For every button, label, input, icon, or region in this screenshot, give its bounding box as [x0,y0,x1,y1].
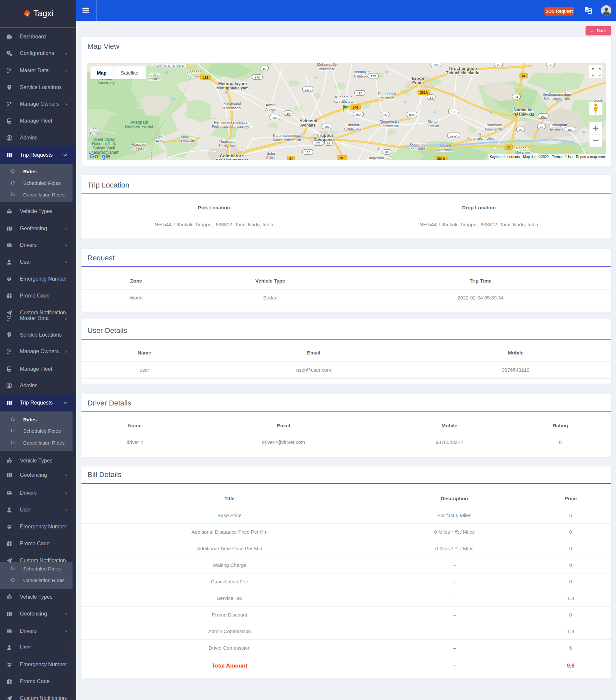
svg-text:Agali: Agali [155,135,163,139]
svg-text:Velur: Velur [477,132,486,136]
svg-text:Avinashi: Avinashi [299,118,317,123]
svg-text:Erumapatti: Erumapatti [549,123,567,127]
svg-text:Namakkal: Namakkal [514,107,534,112]
svg-text:Map data ©2022: Map data ©2022 [523,155,549,159]
svg-text:Perundurai: Perundurai [378,92,396,96]
svg-text:Muhampally: Muhampally [317,63,337,66]
svg-text:Thudiyalur: Thudiyalur [218,139,236,143]
svg-text:Paramaththi-Veloor: Paramaththi-Veloor [467,137,496,140]
svg-text:Annur: Annur [266,103,276,107]
svg-text:Kaaramadai: Kaaramadai [223,107,241,110]
svg-text:Senthamangalam: Senthamangalam [542,92,571,96]
svg-text:Sailant Vaali: Sailant Vaali [93,146,115,150]
svg-text:Report a map error: Report a map error [576,155,605,159]
svg-text:Terms of Use: Terms of Use [552,155,573,159]
svg-text:381: 381 [339,157,345,160]
svg-text:Kodumudi: Kodumudi [410,147,425,151]
svg-text:Aanaikatti: Aanaikatti [180,139,195,143]
svg-text:Mettupalayam: Mettupalayam [218,81,247,86]
svg-text:161: 161 [540,115,546,118]
svg-text:Reserve Forest: Reserve Forest [125,124,153,129]
svg-text:Sulur: Sulur [267,151,275,155]
svg-text:Nampiyoor: Nampiyoor [354,75,370,78]
svg-text:Kunnathur: Kunnathur [335,95,352,99]
svg-text:Erodu: Erodu [412,80,424,85]
svg-text:Perunthurai: Perunthurai [378,96,395,100]
svg-text:Attappadi: Attappadi [131,142,146,147]
svg-text:Senthamangalam: Senthamangalam [544,97,570,101]
svg-text:Naamakkal: Naamakkal [513,112,534,117]
svg-text:Chennimalai: Chennimalai [380,124,399,128]
svg-text:172A: 172A [450,134,458,137]
svg-text:Koyampuththoor: Koyampuththoor [216,158,248,160]
svg-text:Coonoor: Coonoor [187,70,201,74]
svg-text:Muththoor: Muththoor [438,148,453,152]
svg-text:80: 80 [287,112,290,115]
svg-text:Karumaththampatti: Karumaththampatti [273,138,301,142]
svg-text:Mohanur: Mohanur [515,146,530,150]
svg-text:84: 84 [429,96,433,99]
svg-text:Mettuppaalaiyam: Mettuppaalaiyam [216,86,248,90]
svg-text:Sivagiri: Sivagiri [428,120,439,124]
svg-text:25: 25 [540,125,543,128]
svg-text:Uthukuli: Uthukuli [347,123,360,127]
svg-text:381A: 381A [437,157,445,160]
svg-text:G: G [586,8,588,11]
svg-text:National Park: National Park [92,141,116,146]
svg-text:198: 198 [433,63,439,66]
svg-text:15A: 15A [305,88,311,91]
svg-text:Map: Map [97,70,106,76]
svg-text:83A: 83A [409,113,415,117]
svg-text:Kodumudi: Kodumudi [410,142,426,147]
svg-text:kkundu: kkundu [88,132,99,135]
svg-text:Karamadai: Karamadai [223,102,241,106]
svg-text:196: 196 [324,125,329,128]
svg-text:o: o [98,153,102,160]
svg-text:Akali: Akali [156,139,163,143]
svg-text:Keyboard shortcuts: Keyboard shortcuts [490,155,520,159]
svg-text:Ooththukkuli: Ooththukkuli [344,127,362,131]
svg-text:Mokanoor: Mokanoor [515,151,530,154]
svg-text:Chennimalai: Chennimalai [379,120,399,124]
svg-text:44: 44 [507,146,511,149]
svg-text:81: 81 [289,157,293,160]
svg-text:G: G [90,153,95,160]
svg-text:Paramaththi: Paramaththi [485,127,503,131]
svg-text:44: 44 [521,74,526,78]
svg-text:173: 173 [370,74,376,78]
svg-text:g: g [102,153,106,160]
svg-text:Kunnoor: Kunnoor [187,75,200,78]
svg-text:161: 161 [567,128,573,132]
svg-text:166: 166 [305,150,310,154]
svg-text:172: 172 [315,141,320,145]
svg-text:96: 96 [385,150,389,154]
svg-text:544: 544 [353,106,359,109]
svg-text:Annoor: Annoor [265,108,276,111]
svg-text:Anaikatti: Anaikatti [180,135,194,139]
svg-text:81: 81 [327,141,330,145]
svg-text:Periyanaayakkanpaalaiyam: Periyanaayakkanpaalaiyam [212,125,252,128]
svg-text:Sivakiri: Sivakiri [428,124,439,128]
svg-text:Tiruchengode: Tiruchengode [449,66,477,71]
svg-text:Avinaasi: Avinaasi [300,123,317,127]
svg-text:Karumathampatti: Karumathampatti [273,134,301,137]
svg-text:96: 96 [384,113,387,117]
svg-text:Attappadi: Attappadi [130,120,148,125]
svg-text:19A: 19A [356,113,362,117]
svg-text:181: 181 [203,76,209,79]
svg-text:Erode: Erode [412,76,424,81]
svg-text:Periyanaickenpalayam: Periyanaickenpalayam [214,120,251,124]
svg-text:Thiruchchenkodu: Thiruchchenkodu [446,71,480,75]
svg-text:Kangeyam: Kangeyam [367,156,384,160]
svg-text:Sanctuary: Sanctuary [97,81,115,85]
svg-text:95: 95 [519,128,523,132]
svg-text:e: e [107,153,111,160]
svg-text:94: 94 [515,95,518,99]
svg-text:198: 198 [451,110,456,114]
svg-text:95: 95 [549,63,552,66]
svg-text:196: 196 [357,91,362,95]
svg-text:Attappaadi: Attappaadi [130,147,147,151]
svg-text:381A: 381A [420,91,428,95]
svg-text:Kunnaththoor: Kunnaththoor [334,100,354,103]
svg-text:kundu: kundu [89,127,99,131]
